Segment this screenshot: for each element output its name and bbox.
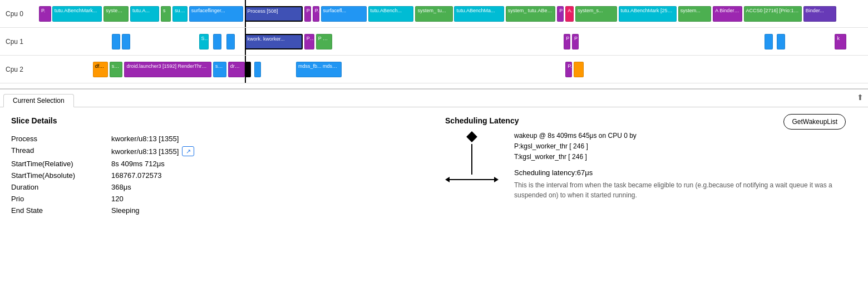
cpu-2-track[interactable]: df0...su...droid.launcher3 [1592] Render… (39, 56, 868, 83)
slice-0-1[interactable]: tutu.ABenchMark... (52, 6, 102, 22)
slice-0-9[interactable]: P. (313, 6, 319, 22)
slice-1-10[interactable] (765, 34, 773, 49)
detail-row-4: Duration368μs (11, 181, 434, 193)
slice-0-14[interactable]: system_ tutu.ABenchMark... (506, 6, 555, 22)
detail-value-5: 120 (111, 195, 124, 203)
detail-label-1: Thread (11, 146, 111, 156)
detail-label-6: End State (11, 206, 111, 215)
cursor-line (245, 0, 246, 27)
slice-2-4[interactable]: droid.l... RenderT... (228, 62, 245, 77)
getwakeup-button[interactable]: GetWakeupList (783, 114, 846, 130)
trace-container: Cpu 0 P.tutu.ABenchMark...system_...tutu… (0, 0, 868, 283)
detail-row-0: Processkworker/u8:13 [1355] (11, 133, 434, 145)
cpu-0-label: Cpu 0 (0, 10, 39, 18)
slice-0-12[interactable]: system_ tu... (415, 6, 452, 22)
slice-0-18[interactable]: tutu.ABenchMark [2519] (619, 6, 677, 22)
wakeup-text: wakeup @ 8s 409ms 645μs on CPU 0 by P:kg… (514, 131, 857, 163)
slice-1-11[interactable] (777, 34, 785, 49)
slice-0-16[interactable]: A F (565, 6, 574, 22)
slice-0-2[interactable]: system_... (103, 6, 129, 22)
slice-0-7[interactable]: Process [508] (245, 6, 303, 22)
thread-link-icon[interactable]: ↗ (182, 146, 194, 156)
slice-1-9[interactable]: P (572, 34, 579, 49)
current-selection-tab[interactable]: Current Selection (3, 94, 74, 107)
slice-1-6[interactable]: P s.P s. (304, 34, 314, 49)
detail-label-3: StartTime(Absolute) (11, 171, 111, 180)
arrow-left-icon (445, 177, 450, 182)
detail-row-2: StartTime(Relative)8s 409ms 712μs (11, 158, 434, 170)
detail-label-0: Process (11, 135, 111, 143)
bottom-panel: Current Selection ⬆ Slice Details Proces… (0, 89, 868, 283)
latency-content: wakeup @ 8s 409ms 645μs on CPU 0 by P:kg… (445, 131, 857, 200)
cursor-line (245, 56, 246, 83)
detail-value-6: Sleeping (111, 206, 140, 215)
detail-value-0: kworker/u8:13 [1355] (111, 135, 179, 143)
slice-0-15[interactable]: P (557, 6, 564, 22)
slice-1-1[interactable] (122, 34, 130, 49)
slice-0-17[interactable]: system_s... (575, 6, 617, 22)
vertical-line (471, 144, 472, 175)
slice-1-7[interactable]: P s w s. (316, 34, 333, 49)
cpu-0-track[interactable]: P.tutu.ABenchMark...system_...tutu.A...s… (39, 0, 868, 27)
pin-icon[interactable]: ⬆ (857, 93, 864, 102)
slice-0-4[interactable]: s (161, 6, 171, 22)
slice-1-3[interactable] (213, 34, 221, 49)
cpu-1-track[interactable]: S. D...kwork. kworker...P s.P s.P s w s.… (39, 28, 868, 55)
slice-0-6[interactable]: surfaceflinger... (189, 6, 243, 22)
slice-0-11[interactable]: tutu.ABench... (368, 6, 414, 22)
slice-2-9[interactable] (574, 62, 584, 77)
cpu-row-2: Cpu 2 df0...su...droid.launcher3 [1592] … (0, 56, 868, 83)
detail-value-2: 8s 409ms 712μs (111, 160, 165, 168)
detail-row-3: StartTime(Absolute)168767.072573 (11, 170, 434, 181)
cpu-1-label: Cpu 1 (0, 38, 39, 46)
detail-value-4: 368μs (111, 183, 131, 191)
slice-0-8[interactable]: P (304, 6, 311, 22)
detail-table: Processkworker/u8:13 [1355]Threadkworker… (11, 133, 434, 216)
slice-0-13[interactable]: tutu.ABenchMa... (454, 6, 504, 22)
slice-1-5[interactable]: kwork. kworker... (245, 34, 303, 49)
slice-2-3[interactable]: surf... (213, 62, 226, 77)
slice-0-19[interactable]: system... (678, 6, 712, 22)
slice-1-12[interactable]: k (835, 34, 846, 49)
slice-0-20[interactable]: A Binder:9... C (713, 6, 742, 22)
slice-2-8[interactable]: P. A... (565, 62, 572, 77)
detail-row-1: Threadkworker/u8:13 [1355]↗ (11, 145, 434, 158)
slice-2-6[interactable] (254, 62, 261, 77)
slice-1-4[interactable] (226, 34, 235, 49)
detail-value-1: kworker/u8:13 [1355]↗ (111, 146, 194, 156)
slice-0-22[interactable]: Binder... (803, 6, 837, 22)
cpu-row-0: Cpu 0 P.tutu.ABenchMark...system_...tutu… (0, 0, 868, 28)
slice-1-8[interactable]: P (564, 34, 570, 49)
cursor-line (245, 28, 246, 55)
wakeup-line1: wakeup @ 8s 409ms 645μs on CPU 0 by (514, 132, 637, 140)
detail-label-4: Duration (11, 183, 111, 191)
arrow-shaft (450, 179, 494, 180)
wakeup-line2: P:kgsl_worker_thr [ 246 ] (514, 142, 588, 150)
slice-2-0[interactable]: df0... (93, 62, 108, 77)
slice-0-3[interactable]: tutu.A... (130, 6, 159, 22)
slice-1-0[interactable] (112, 34, 120, 49)
slice-details-section: Slice Details Processkworker/u8:13 [1355… (11, 116, 434, 274)
detail-row-6: End StateSleeping (11, 205, 434, 216)
slice-0-5[interactable]: surf... (172, 6, 188, 22)
cpu-2-label: Cpu 2 (0, 66, 39, 73)
detail-label-5: Prio (11, 195, 111, 203)
slice-2-2[interactable]: droid.launcher3 [1592] RenderThread [226… (124, 62, 211, 77)
slice-1-2[interactable]: S. D... (199, 34, 209, 49)
wakeup-line3: T:kgsl_worker_thr [ 246 ] (514, 153, 587, 161)
slice-0-10[interactable]: surfacefl... (321, 6, 367, 22)
tabs-bar: Current Selection ⬆ (0, 90, 868, 107)
slice-0-21[interactable]: ACCS0 [2716] [Prio:120] (744, 6, 802, 22)
cpu-section: Cpu 0 P.tutu.ABenchMark...system_...tutu… (0, 0, 868, 89)
latency-value: Scheduling latency:67μs (514, 168, 857, 177)
latency-description: This is the interval from when the task … (514, 180, 857, 200)
latency-diagram (445, 131, 499, 200)
cpu-row-1: Cpu 1 S. D...kwork. kworker...P s.P s.P … (0, 28, 868, 56)
slice-2-7[interactable]: mdss_fb... mdss_fb0... (296, 62, 342, 77)
panel-content: Slice Details Processkworker/u8:13 [1355… (0, 107, 868, 283)
detail-row-5: Prio120 (11, 193, 434, 205)
slice-details-title: Slice Details (11, 116, 434, 125)
slice-2-1[interactable]: su... (110, 62, 123, 77)
diamond-icon (466, 131, 477, 142)
slice-0-0[interactable]: P. (39, 6, 51, 22)
